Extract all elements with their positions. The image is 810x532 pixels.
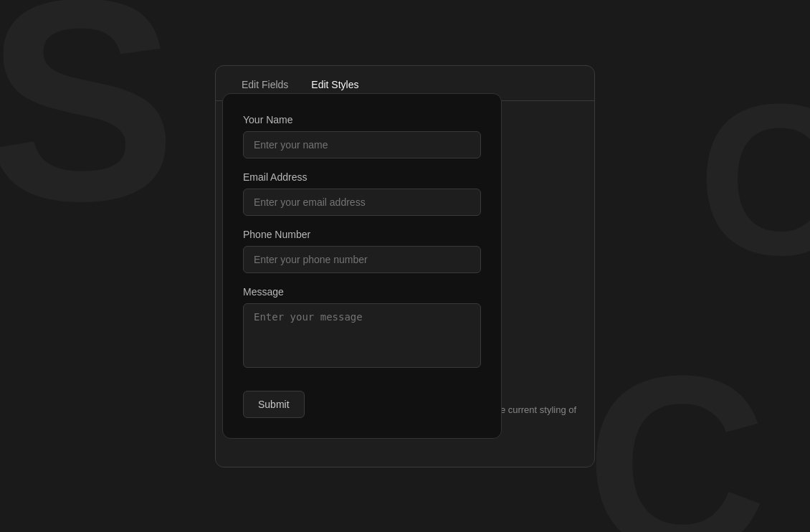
- name-input[interactable]: [243, 131, 481, 158]
- email-input[interactable]: [243, 189, 481, 216]
- bg-letter-c: C: [697, 72, 810, 287]
- bg-letter-c2: C: [586, 338, 767, 532]
- email-field-group: Email Address: [243, 171, 481, 216]
- name-field-group: Your Name: [243, 114, 481, 158]
- phone-label: Phone Number: [243, 229, 481, 240]
- email-label: Email Address: [243, 171, 481, 183]
- message-label: Message: [243, 286, 481, 298]
- phone-input[interactable]: [243, 246, 481, 273]
- name-label: Your Name: [243, 114, 481, 125]
- bg-letter-s: S: [0, 0, 177, 244]
- message-field-group: Message: [243, 286, 481, 371]
- phone-field-group: Phone Number: [243, 229, 481, 273]
- message-textarea[interactable]: [243, 303, 481, 368]
- submit-button[interactable]: Submit: [243, 391, 305, 418]
- preview-panel: Your Name Email Address Phone Number Mes…: [222, 93, 502, 439]
